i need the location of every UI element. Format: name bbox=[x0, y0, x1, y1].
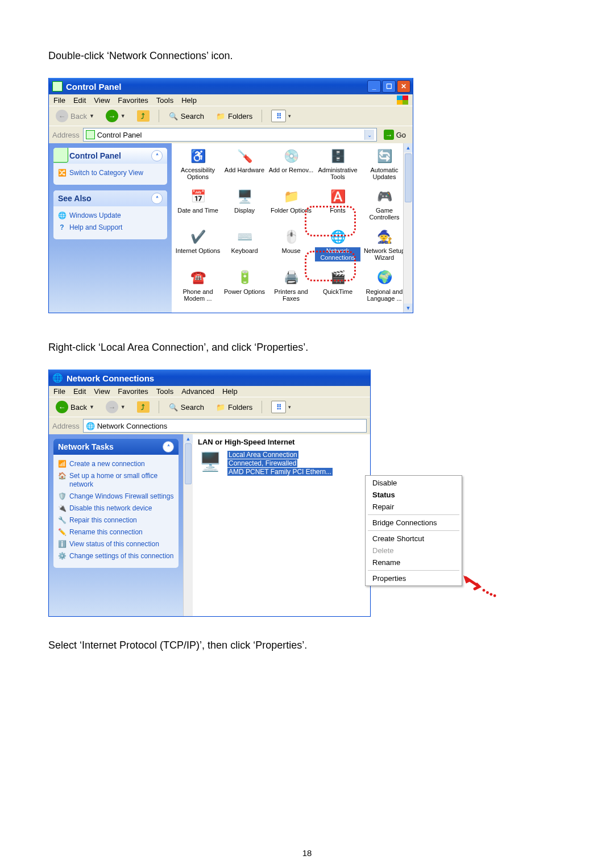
chevron-down-icon[interactable]: ⌄ bbox=[364, 130, 374, 140]
forward-button[interactable]: → ▼ bbox=[102, 109, 129, 123]
menu-favorites[interactable]: Favorites bbox=[118, 96, 148, 105]
menu-help[interactable]: Help bbox=[181, 96, 197, 105]
scroll-up-icon[interactable]: ▲ bbox=[184, 434, 193, 443]
cp-item-display[interactable]: 🖥️Display bbox=[222, 188, 267, 221]
task-card-header[interactable]: Network Tasks ˄ bbox=[53, 439, 179, 455]
network-task-link[interactable]: 📶Create a new connection bbox=[58, 458, 174, 470]
address-input[interactable]: 🌐 Network Connections bbox=[83, 419, 367, 433]
back-button[interactable]: ← Back ▼ bbox=[52, 109, 98, 123]
cp-item-mouse[interactable]: 🖱️Mouse bbox=[268, 229, 314, 261]
network-task-link[interactable]: 🔌Disable this network device bbox=[58, 502, 174, 514]
up-button[interactable]: ⤴ bbox=[134, 400, 153, 414]
up-button[interactable]: ⤴ bbox=[134, 109, 153, 123]
menu-file[interactable]: File bbox=[53, 96, 65, 105]
menu-advanced[interactable]: Advanced bbox=[181, 387, 214, 396]
icon-area[interactable]: ♿Accessibility Options🪛Add Hardware💿Add … bbox=[172, 143, 413, 313]
menu-properties[interactable]: Properties bbox=[367, 572, 460, 584]
cp-item-automatic-updates[interactable]: 🔄Automatic Updates bbox=[362, 148, 407, 180]
menu-edit[interactable]: Edit bbox=[73, 387, 86, 396]
minimize-button[interactable]: _ bbox=[367, 80, 381, 93]
cp-item-quicktime[interactable]: 🎬QuickTime bbox=[315, 269, 360, 302]
scroll-up-icon[interactable]: ▲ bbox=[404, 143, 413, 152]
icon-area[interactable]: ▲ LAN or High-Speed Internet 🖥️ Local Ar… bbox=[183, 434, 370, 616]
back-label: Back bbox=[70, 112, 87, 121]
menu-edit[interactable]: Edit bbox=[73, 96, 86, 105]
menu-disable[interactable]: Disable bbox=[367, 477, 460, 489]
scroll-down-icon[interactable]: ▼ bbox=[404, 304, 413, 313]
forward-button[interactable]: → ▼ bbox=[102, 400, 129, 414]
folders-button[interactable]: 📁 Folders bbox=[212, 110, 256, 122]
back-button[interactable]: ← Back ▼ bbox=[52, 400, 98, 414]
cp-item-date-and-time[interactable]: 📅Date and Time bbox=[175, 188, 221, 221]
cp-item-internet-options[interactable]: ✔️Internet Options bbox=[175, 229, 221, 261]
maximize-button[interactable]: ☐ bbox=[382, 80, 396, 93]
cp-item-phone-and-modem[interactable]: ☎️Phone and Modem ... bbox=[175, 269, 221, 302]
close-button[interactable]: ✕ bbox=[397, 80, 410, 93]
task-card-header[interactable]: Control Panel ˄ bbox=[53, 148, 167, 164]
menu-file[interactable]: File bbox=[53, 387, 65, 396]
network-task-link[interactable]: 🛡️Change Windows Firewall settings bbox=[58, 491, 174, 502]
go-button[interactable]: → Go bbox=[380, 130, 409, 140]
local-area-connection-item[interactable]: 🖥️ Local Area Connection Connected, Fire… bbox=[193, 447, 370, 480]
cp-item-keyboard[interactable]: ⌨️Keyboard bbox=[222, 229, 267, 261]
address-label: Address bbox=[52, 422, 80, 430]
menu-tools[interactable]: Tools bbox=[156, 96, 173, 105]
cp-item-folder-options[interactable]: 📁Folder Options bbox=[268, 188, 314, 221]
views-button[interactable]: ⠿ ▾ bbox=[268, 400, 294, 414]
scroll-thumb[interactable] bbox=[405, 153, 412, 202]
titlebar[interactable]: Control Panel _ ☐ ✕ bbox=[49, 78, 413, 94]
network-task-link[interactable]: ⚙️Change settings of this connection bbox=[58, 550, 174, 562]
menu-favorites[interactable]: Favorites bbox=[118, 387, 148, 396]
menu-tools[interactable]: Tools bbox=[156, 387, 173, 396]
cp-item-regional-and-language[interactable]: 🌍Regional and Language ... bbox=[362, 269, 407, 302]
cp-item-game-controllers[interactable]: 🎮Game Controllers bbox=[362, 188, 407, 221]
scroll-thumb[interactable] bbox=[185, 443, 192, 484]
menu-view[interactable]: View bbox=[94, 387, 110, 396]
cp-item-fonts[interactable]: 🅰️Fonts bbox=[315, 188, 360, 221]
menu-shortcut[interactable]: Create Shortcut bbox=[367, 533, 460, 545]
cp-item-add-hardware[interactable]: 🪛Add Hardware bbox=[222, 148, 267, 180]
network-task-link[interactable]: ℹ️View status of this connection bbox=[58, 538, 174, 550]
menu-bridge[interactable]: Bridge Connections bbox=[367, 517, 460, 529]
network-task-link[interactable]: 🏠Set up a home or small office network bbox=[58, 470, 174, 491]
search-button[interactable]: 🔍 Search bbox=[165, 110, 208, 122]
cp-item-network-setup-wizard[interactable]: 🧙Network Setup Wizard bbox=[362, 229, 407, 261]
cp-item-accessibility-options[interactable]: ♿Accessibility Options bbox=[175, 148, 221, 180]
scrollbar[interactable]: ▲ ▼ bbox=[403, 143, 413, 313]
item-label: Date and Time bbox=[177, 207, 218, 214]
chevron-down-icon: ▾ bbox=[288, 404, 291, 410]
page-number: 18 bbox=[0, 848, 614, 858]
windows-update-link[interactable]: 🌐 Windows Update bbox=[58, 210, 163, 222]
item-icon: 📁 bbox=[281, 188, 301, 205]
task-card-header[interactable]: See Also ˄ bbox=[53, 190, 167, 206]
item-label: Accessibility Options bbox=[175, 167, 221, 180]
window-title: Network Connections bbox=[67, 373, 154, 383]
titlebar[interactable]: 🌐 Network Connections bbox=[49, 369, 370, 386]
menu-help[interactable]: Help bbox=[222, 387, 238, 396]
cp-item-printers-and-faxes[interactable]: 🖨️Printers and Faxes bbox=[268, 269, 314, 302]
cp-item-power-options[interactable]: 🔋Power Options bbox=[222, 269, 267, 302]
address-bar: Address 🌐 Network Connections bbox=[49, 417, 370, 434]
cp-item-add-or-remov[interactable]: 💿Add or Remov... bbox=[268, 148, 314, 180]
folders-button[interactable]: 📁 Folders bbox=[212, 401, 256, 413]
link-label: Disable this network device bbox=[69, 504, 152, 513]
switch-category-link[interactable]: 🔀 Switch to Category View bbox=[58, 167, 163, 179]
collapse-icon[interactable]: ˄ bbox=[163, 441, 174, 452]
menu-repair[interactable]: Repair bbox=[367, 501, 460, 513]
menu-rename[interactable]: Rename bbox=[367, 556, 460, 568]
cp-item-network-connections[interactable]: 🌐Network Connections bbox=[315, 229, 360, 261]
search-button[interactable]: 🔍 Search bbox=[165, 401, 208, 413]
menu-delete: Delete bbox=[367, 545, 460, 556]
network-task-link[interactable]: ✏️Rename this connection bbox=[58, 526, 174, 538]
cp-item-administrative-tools[interactable]: 🗄️Administrative Tools bbox=[315, 148, 360, 180]
collapse-icon[interactable]: ˄ bbox=[151, 193, 163, 204]
menu-view[interactable]: View bbox=[94, 96, 110, 105]
menu-status[interactable]: Status bbox=[367, 489, 460, 501]
help-support-link[interactable]: ? Help and Support bbox=[58, 222, 163, 234]
address-input[interactable]: Control Panel ⌄ bbox=[83, 128, 377, 142]
views-button[interactable]: ⠿ ▾ bbox=[268, 109, 294, 123]
scrollbar[interactable]: ▲ bbox=[183, 434, 193, 616]
collapse-icon[interactable]: ˄ bbox=[151, 150, 163, 161]
item-label: Power Options bbox=[224, 288, 265, 295]
network-task-link[interactable]: 🔧Repair this connection bbox=[58, 514, 174, 526]
